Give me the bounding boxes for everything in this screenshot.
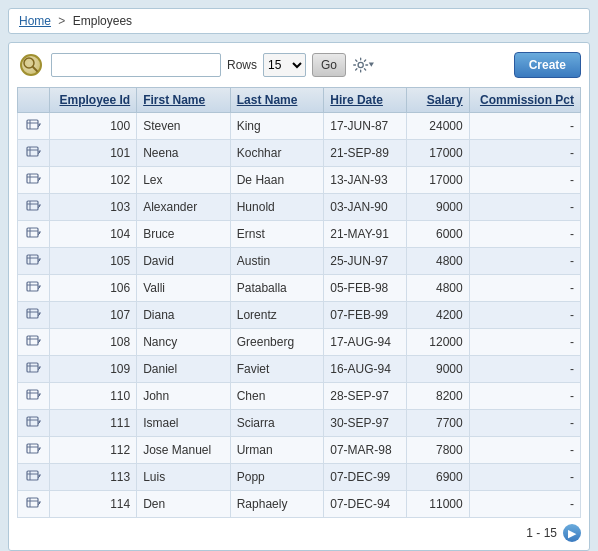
- edit-icon[interactable]: [25, 414, 43, 430]
- cell-commission-pct: -: [469, 464, 580, 491]
- edit-icon[interactable]: [25, 171, 43, 187]
- cell-salary: 9000: [407, 194, 469, 221]
- cell-first-name: Ismael: [137, 410, 231, 437]
- edit-icon[interactable]: [25, 279, 43, 295]
- col-header-employee-id[interactable]: Employee Id: [50, 88, 137, 113]
- svg-rect-12: [27, 174, 38, 183]
- edit-icon[interactable]: [25, 306, 43, 322]
- svg-rect-48: [27, 417, 38, 426]
- cell-last-name: Faviet: [230, 356, 324, 383]
- cell-salary: 6000: [407, 221, 469, 248]
- row-edit-cell: [18, 221, 50, 248]
- edit-icon[interactable]: [25, 117, 43, 133]
- col-header-hire-date[interactable]: Hire Date: [324, 88, 407, 113]
- cell-salary: 12000: [407, 329, 469, 356]
- cell-last-name: Urman: [230, 437, 324, 464]
- svg-line-1: [33, 67, 37, 71]
- svg-marker-3: [369, 62, 374, 66]
- row-edit-cell: [18, 194, 50, 221]
- cell-salary: 7800: [407, 437, 469, 464]
- cell-last-name: Popp: [230, 464, 324, 491]
- pagination-next-button[interactable]: ▶: [563, 524, 581, 542]
- cell-hire-date: 25-JUN-97: [324, 248, 407, 275]
- breadcrumb-home[interactable]: Home: [19, 14, 51, 28]
- cell-first-name: Jose Manuel: [137, 437, 231, 464]
- edit-icon[interactable]: [25, 495, 43, 511]
- table-row: 104BruceErnst21-MAY-916000-: [18, 221, 581, 248]
- settings-icon[interactable]: [352, 53, 376, 77]
- edit-icon[interactable]: [25, 333, 43, 349]
- edit-icon[interactable]: [25, 441, 43, 457]
- cell-hire-date: 16-AUG-94: [324, 356, 407, 383]
- cell-hire-date: 28-SEP-97: [324, 383, 407, 410]
- col-header-salary[interactable]: Salary: [407, 88, 469, 113]
- search-icon-wrap[interactable]: [17, 51, 45, 79]
- toolbar: Rows 15 5 10 20 25 50 100 Go Create: [17, 51, 581, 79]
- cell-first-name: Daniel: [137, 356, 231, 383]
- table-row: 111IsmaelSciarra30-SEP-977700-: [18, 410, 581, 437]
- pagination-text: 1 - 15: [526, 526, 557, 540]
- row-edit-cell: [18, 356, 50, 383]
- cell-last-name: Chen: [230, 383, 324, 410]
- cell-hire-date: 21-SEP-89: [324, 140, 407, 167]
- svg-point-2: [358, 62, 363, 67]
- col-header-icon: [18, 88, 50, 113]
- edit-icon[interactable]: [25, 198, 43, 214]
- cell-salary: 9000: [407, 356, 469, 383]
- row-edit-cell: [18, 329, 50, 356]
- svg-rect-4: [27, 120, 38, 129]
- cell-hire-date: 30-SEP-97: [324, 410, 407, 437]
- svg-rect-32: [27, 309, 38, 318]
- cell-employee-id: 100: [50, 113, 137, 140]
- edit-icon[interactable]: [25, 252, 43, 268]
- table-row: 107DianaLorentz07-FEB-994200-: [18, 302, 581, 329]
- cell-commission-pct: -: [469, 221, 580, 248]
- table-row: 103AlexanderHunold03-JAN-909000-: [18, 194, 581, 221]
- col-header-commission-pct[interactable]: Commission Pct: [469, 88, 580, 113]
- breadcrumb: Home > Employees: [8, 8, 590, 34]
- edit-icon[interactable]: [25, 468, 43, 484]
- employees-table: Employee Id First Name Last Name Hire Da…: [17, 87, 581, 518]
- cell-employee-id: 102: [50, 167, 137, 194]
- rows-select[interactable]: 15 5 10 20 25 50 100: [263, 53, 306, 77]
- row-edit-cell: [18, 491, 50, 518]
- cell-employee-id: 103: [50, 194, 137, 221]
- table-row: 102LexDe Haan13-JAN-9317000-: [18, 167, 581, 194]
- edit-icon[interactable]: [25, 144, 43, 160]
- row-edit-cell: [18, 383, 50, 410]
- go-button[interactable]: Go: [312, 53, 346, 77]
- cell-commission-pct: -: [469, 329, 580, 356]
- table-row: 112Jose ManuelUrman07-MAR-987800-: [18, 437, 581, 464]
- cell-salary: 4800: [407, 275, 469, 302]
- cell-commission-pct: -: [469, 302, 580, 329]
- cell-employee-id: 113: [50, 464, 137, 491]
- create-button[interactable]: Create: [514, 52, 581, 78]
- page-wrapper: Home > Employees Rows 15 5 10 20: [0, 0, 598, 551]
- edit-icon[interactable]: [25, 225, 43, 241]
- svg-rect-24: [27, 255, 38, 264]
- cell-first-name: Diana: [137, 302, 231, 329]
- col-header-first-name[interactable]: First Name: [137, 88, 231, 113]
- cell-last-name: Lorentz: [230, 302, 324, 329]
- cell-first-name: Steven: [137, 113, 231, 140]
- search-input[interactable]: [51, 53, 221, 77]
- cell-hire-date: 13-JAN-93: [324, 167, 407, 194]
- edit-icon[interactable]: [25, 387, 43, 403]
- cell-employee-id: 111: [50, 410, 137, 437]
- table-row: 100StevenKing17-JUN-8724000-: [18, 113, 581, 140]
- cell-hire-date: 05-FEB-98: [324, 275, 407, 302]
- cell-hire-date: 03-JAN-90: [324, 194, 407, 221]
- cell-employee-id: 108: [50, 329, 137, 356]
- cell-first-name: Luis: [137, 464, 231, 491]
- edit-icon[interactable]: [25, 360, 43, 376]
- cell-last-name: Sciarra: [230, 410, 324, 437]
- table-row: 106ValliPataballa05-FEB-984800-: [18, 275, 581, 302]
- row-edit-cell: [18, 302, 50, 329]
- col-header-last-name[interactable]: Last Name: [230, 88, 324, 113]
- cell-last-name: Austin: [230, 248, 324, 275]
- cell-employee-id: 114: [50, 491, 137, 518]
- cell-hire-date: 07-DEC-94: [324, 491, 407, 518]
- cell-commission-pct: -: [469, 167, 580, 194]
- cell-commission-pct: -: [469, 275, 580, 302]
- svg-rect-40: [27, 363, 38, 372]
